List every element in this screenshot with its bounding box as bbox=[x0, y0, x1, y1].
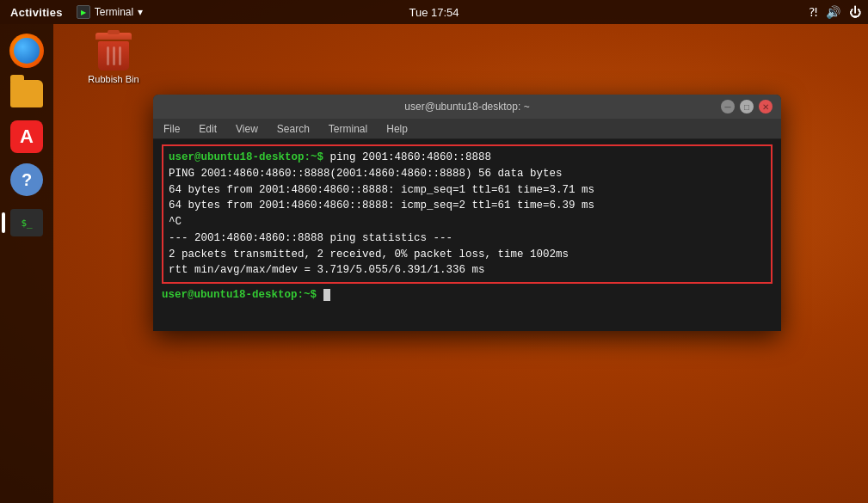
terminal-line-5: --- 2001:4860:4860::8888 ping statistics… bbox=[169, 230, 766, 247]
desktop: Activities ▶ Terminal ▾ Tue 17:54 ⁈ 🔊 ⏻ … bbox=[0, 0, 868, 503]
menu-help[interactable]: Help bbox=[383, 121, 411, 137]
terminal-window: user@ubuntu18-desktop: ~ ─ □ ✕ File Edit… bbox=[153, 95, 781, 331]
files-icon bbox=[10, 80, 43, 107]
menu-search[interactable]: Search bbox=[274, 121, 313, 137]
terminal-final-prompt: user@ubuntu18-desktop:~$ bbox=[162, 289, 317, 301]
terminal-line-7: rtt min/avg/max/mdev = 3.719/5.055/6.391… bbox=[169, 262, 766, 279]
terminal-line-4: ^C bbox=[169, 214, 766, 230]
bin-stripe bbox=[107, 46, 109, 65]
terminal-highlight-region: user@ubuntu18-desktop:~$ ping 2001:4860:… bbox=[162, 144, 773, 284]
sidebar-item-firefox[interactable] bbox=[7, 31, 46, 71]
bin-stripe bbox=[113, 46, 115, 65]
help-icon: ? bbox=[10, 163, 43, 196]
firefox-icon bbox=[9, 34, 44, 68]
terminal-app-icon: ▶ bbox=[77, 5, 90, 19]
volume-icon[interactable]: 🔊 bbox=[826, 5, 840, 19]
menu-terminal[interactable]: Terminal bbox=[325, 121, 371, 137]
sidebar: A ? $_ bbox=[0, 24, 53, 503]
terminal-cursor bbox=[323, 289, 330, 301]
terminal-cmd-0: ping 2001:4860:4860::8888 bbox=[330, 151, 492, 163]
terminal-titlebar: user@ubuntu18-desktop: ~ ─ □ ✕ bbox=[153, 95, 781, 119]
terminal-line-0: user@ubuntu18-desktop:~$ ping 2001:4860:… bbox=[169, 150, 766, 166]
sidebar-item-appstore[interactable]: A bbox=[7, 117, 46, 156]
minimize-button[interactable]: ─ bbox=[721, 100, 735, 113]
sidebar-item-help[interactable]: ? bbox=[7, 160, 46, 199]
terminal-prompt-0: user@ubuntu18-desktop:~$ bbox=[169, 151, 323, 163]
sidebar-item-terminal[interactable]: $_ bbox=[7, 203, 46, 242]
menu-file[interactable]: File bbox=[160, 121, 183, 137]
menu-view[interactable]: View bbox=[232, 121, 262, 137]
terminal-content[interactable]: user@ubuntu18-desktop:~$ ping 2001:4860:… bbox=[153, 139, 781, 331]
terminal-menubar: File Edit View Search Terminal Help bbox=[153, 119, 781, 139]
topbar-dropdown-arrow[interactable]: ▾ bbox=[138, 6, 143, 18]
accessibility-icon[interactable]: ⁈ bbox=[809, 5, 817, 19]
terminal-line-3: 64 bytes from 2001:4860:4860::8888: icmp… bbox=[169, 198, 766, 214]
bin-body bbox=[98, 41, 129, 71]
terminal-line-2: 64 bytes from 2001:4860:4860::8888: icmp… bbox=[169, 182, 766, 199]
clock: Tue 17:54 bbox=[409, 6, 459, 19]
bin-stripe bbox=[119, 46, 121, 65]
bin-lid bbox=[95, 33, 132, 40]
terminal-line-6: 2 packets transmitted, 2 received, 0% pa… bbox=[169, 247, 766, 263]
topbar-app-indicator: ▶ Terminal ▾ bbox=[77, 5, 143, 19]
topbar-right: ⁈ 🔊 ⏻ bbox=[809, 5, 861, 19]
appstore-icon: A bbox=[10, 120, 43, 153]
topbar-app-name: Terminal bbox=[95, 6, 133, 18]
power-icon[interactable]: ⏻ bbox=[849, 5, 861, 19]
menu-edit[interactable]: Edit bbox=[195, 121, 220, 137]
terminal-final-line: user@ubuntu18-desktop:~$ bbox=[162, 287, 773, 304]
rubbish-bin-icon[interactable]: Rubbish Bin bbox=[79, 33, 148, 84]
sidebar-item-files[interactable] bbox=[7, 74, 46, 113]
rubbish-bin-label: Rubbish Bin bbox=[88, 74, 139, 84]
maximize-button[interactable]: □ bbox=[740, 100, 754, 113]
terminal-window-title: user@ubuntu18-desktop: ~ bbox=[404, 101, 529, 113]
window-controls: ─ □ ✕ bbox=[721, 100, 773, 113]
close-button[interactable]: ✕ bbox=[759, 100, 773, 113]
terminal-dock-icon: $_ bbox=[10, 209, 43, 236]
activities-button[interactable]: Activities bbox=[7, 6, 66, 19]
topbar: Activities ▶ Terminal ▾ Tue 17:54 ⁈ 🔊 ⏻ bbox=[0, 0, 868, 24]
bin-handle bbox=[108, 30, 120, 34]
rubbish-bin-graphic bbox=[96, 33, 131, 71]
terminal-line-1: PING 2001:4860:4860::8888(2001:4860:4860… bbox=[169, 166, 766, 182]
